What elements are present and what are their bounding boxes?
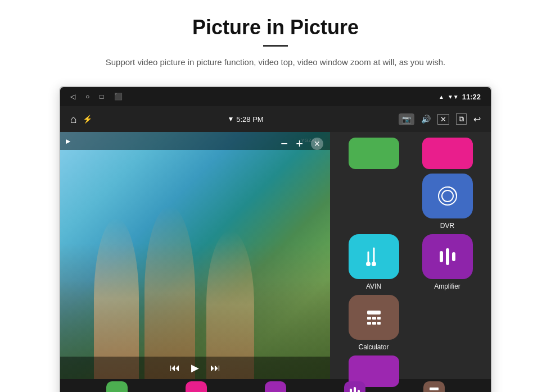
svg-rect-11 [372, 317, 376, 320]
svg-rect-14 [372, 322, 376, 325]
device-frame: ◁ ○ □ ⬛ ▲ ▼▼ 11:22 ⌂ ⚡ ▼ 5:28 PM 📷 [59, 86, 492, 392]
bottom-apps-row: Netflix SiriusXM Wheelkey Study Amplifie… [60, 379, 491, 392]
bottom-calculator-icon [423, 381, 445, 392]
app-item-dvr[interactable]: DVR [413, 174, 482, 230]
page-subtitle: Support video picture in picture functio… [73, 56, 478, 69]
volume-button[interactable]: 🔊 [421, 115, 431, 124]
page-title: Picture in Picture [34, 16, 517, 39]
app-bar-left: ⌂ ⚡ [70, 113, 92, 126]
app-bar-center: ▼ 5:28 PM [227, 115, 263, 124]
app-item-avin[interactable]: AVIN [339, 234, 408, 290]
wheelkey-icon [265, 381, 286, 392]
back-nav-icon[interactable]: ◁ [70, 93, 75, 101]
bottom-amplifier[interactable]: Amplifier [327, 381, 383, 392]
bottom-siriusxm[interactable]: SiriusXM [168, 381, 224, 392]
app-item-amplifier[interactable]: Amplifier [413, 234, 482, 290]
pip-video-bg: YGZAO [60, 132, 330, 379]
svg-rect-10 [367, 317, 371, 320]
usb-icon: ⚡ [83, 115, 92, 124]
app-bar-right: 📷 🔊 ✕ ⧉ ↩ [399, 113, 481, 125]
amplifier-label: Amplifier [434, 282, 460, 290]
home-nav-icon[interactable]: ○ [85, 93, 89, 101]
bottom-amplifier-icon [344, 381, 365, 392]
svg-rect-7 [446, 248, 449, 265]
title-divider [263, 45, 288, 47]
location-icon: ▲ [439, 94, 444, 100]
svg-rect-19 [430, 388, 439, 390]
dvr-label: DVR [440, 222, 454, 230]
app-icon-green [349, 138, 399, 169]
svg-rect-17 [354, 387, 356, 392]
svg-rect-18 [358, 390, 360, 392]
amplifier-icon [422, 234, 473, 279]
svg-point-1 [442, 190, 453, 202]
svg-rect-15 [377, 322, 381, 325]
svg-point-5 [366, 262, 371, 266]
bottom-wheelkey[interactable]: Wheelkey Study [247, 381, 304, 392]
page-wrapper: Picture in Picture Support video picture… [0, 0, 551, 392]
app-item-calculator[interactable]: Calculator [339, 295, 408, 351]
apps-grid: DVR AVIN [330, 132, 491, 379]
pip-button[interactable]: ⧉ [456, 113, 467, 125]
wifi-bar-icon: ▼ [227, 115, 234, 123]
wifi-status-icon: ▼▼ [448, 94, 459, 100]
camera-button[interactable]: 📷 [399, 113, 414, 125]
app-icon-pink [422, 138, 473, 169]
svg-rect-9 [367, 311, 381, 314]
main-area: YGZAO ▶ − + ✕ ⏮ ▶ ⏭ [60, 132, 491, 379]
pip-header-controls: − + ✕ [274, 132, 330, 156]
pip-play-button[interactable]: ▶ [191, 362, 199, 374]
status-bar-right: ▲ ▼▼ 11:22 [439, 93, 481, 101]
svg-rect-6 [440, 251, 443, 262]
svg-rect-16 [350, 389, 352, 392]
bottom-netflix[interactable]: Netflix [89, 381, 145, 392]
app-item-pink[interactable] [413, 138, 482, 169]
calculator-icon [349, 295, 399, 340]
bottom-calculator[interactable]: Calculator [406, 381, 462, 392]
netflix-icon [106, 381, 128, 392]
pip-minimize-button[interactable]: − [281, 136, 288, 151]
status-time: 11:22 [462, 93, 481, 101]
pip-record-icon: ▶ [66, 138, 70, 145]
pip-controls: ⏮ ▶ ⏭ [60, 357, 330, 379]
pip-next-button[interactable]: ⏭ [210, 362, 220, 374]
avin-label: AVIN [366, 282, 381, 290]
home-button[interactable]: ⌂ [70, 113, 77, 126]
pip-panel: YGZAO ▶ − + ✕ ⏮ ▶ ⏭ [60, 132, 330, 379]
status-bar-left: ◁ ○ □ ⬛ [70, 93, 123, 101]
calculator-label: Calculator [358, 343, 389, 351]
siriusxm-icon [186, 381, 207, 392]
pip-prev-button[interactable]: ⏮ [170, 362, 180, 374]
status-bar: ◁ ○ □ ⬛ ▲ ▼▼ 11:22 [60, 87, 491, 106]
page-header: Picture in Picture Support video picture… [0, 0, 551, 79]
pip-close-button[interactable]: ✕ [311, 138, 323, 150]
svg-rect-12 [377, 317, 381, 320]
avin-icon [349, 234, 399, 279]
screenshot-icon[interactable]: ⬛ [114, 93, 123, 101]
app-bar: ⌂ ⚡ ▼ 5:28 PM 📷 🔊 ✕ ⧉ ↩ [60, 106, 491, 132]
close-pip-button[interactable]: ✕ [437, 114, 449, 125]
back-button[interactable]: ↩ [473, 114, 481, 125]
pip-maximize-button[interactable]: + [296, 136, 303, 151]
svg-rect-8 [452, 252, 455, 261]
svg-rect-13 [367, 322, 371, 325]
app-item-green[interactable] [339, 138, 408, 169]
app-time: 5:28 PM [236, 115, 263, 124]
dvr-icon [422, 174, 473, 218]
recent-nav-icon[interactable]: □ [100, 93, 103, 101]
svg-point-3 [372, 262, 376, 266]
